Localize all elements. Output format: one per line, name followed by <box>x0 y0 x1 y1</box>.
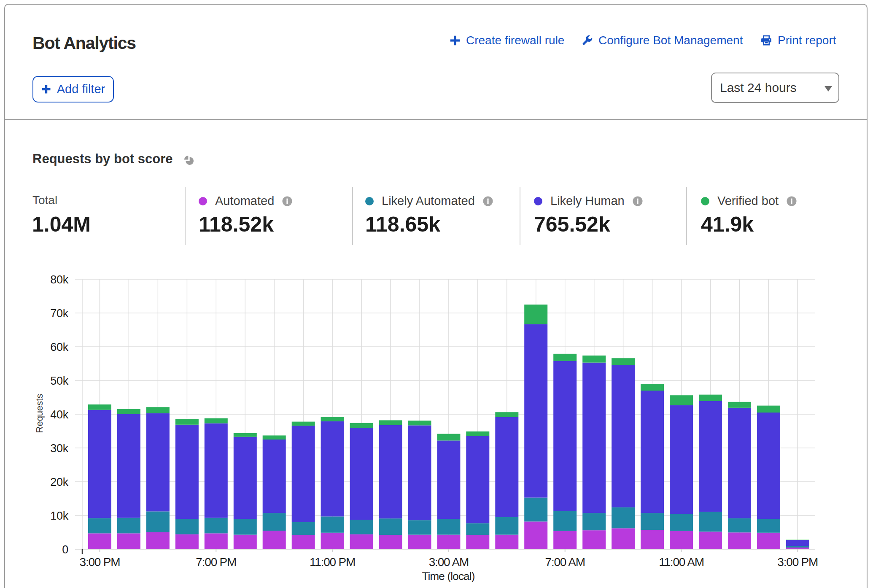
svg-text:3:00 PM: 3:00 PM <box>777 556 818 569</box>
svg-text:11:00 PM: 11:00 PM <box>310 556 355 569</box>
svg-text:70k: 70k <box>50 307 68 320</box>
svg-text:50k: 50k <box>50 375 68 387</box>
svg-text:3:00 AM: 3:00 AM <box>429 556 469 569</box>
svg-text:10k: 10k <box>50 510 68 522</box>
svg-text:Time (local): Time (local) <box>422 570 474 583</box>
svg-text:40k: 40k <box>50 408 68 421</box>
svg-text:11:00 AM: 11:00 AM <box>659 556 704 569</box>
svg-text:80k: 80k <box>50 273 68 286</box>
svg-text:7:00 AM: 7:00 AM <box>545 556 585 569</box>
svg-text:3:00 PM: 3:00 PM <box>80 556 120 569</box>
svg-text:Requests: Requests <box>34 394 45 433</box>
svg-text:60k: 60k <box>50 341 68 353</box>
svg-text:30k: 30k <box>50 442 68 455</box>
svg-text:20k: 20k <box>50 476 68 488</box>
svg-text:7:00 PM: 7:00 PM <box>196 556 236 569</box>
svg-text:0: 0 <box>62 543 68 556</box>
